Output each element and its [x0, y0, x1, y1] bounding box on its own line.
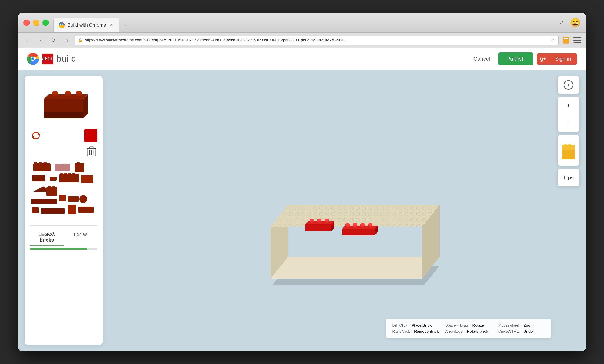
url-text: https://www.buildwithchrome.com/builder#… [85, 38, 549, 42]
delete-button[interactable] [85, 146, 98, 158]
svg-point-82 [317, 219, 322, 221]
zoom-panel: + − [558, 97, 579, 132]
rotate-button[interactable] [30, 130, 42, 142]
tab-lego-bricks[interactable]: LEGO® bricks [30, 229, 64, 246]
refresh-button[interactable]: ↻ [49, 36, 58, 45]
baseplate-container [247, 133, 442, 274]
svg-rect-6 [573, 40, 581, 41]
home-button[interactable]: ⌂ [62, 36, 71, 45]
maximize-button[interactable] [42, 20, 49, 26]
left-panel: LEGO® bricks Extras [25, 76, 103, 344]
svg-marker-67 [271, 257, 440, 279]
zoom-in-button[interactable]: + [560, 97, 577, 114]
traffic-lights [23, 20, 49, 26]
brick-3d-preview [40, 86, 88, 120]
gplus-icon: g+ [537, 53, 549, 64]
baseplate-svg [247, 133, 442, 285]
publish-button[interactable]: Publish [499, 52, 532, 65]
svg-rect-108 [564, 144, 567, 145]
svg-point-100 [368, 223, 372, 226]
hint-arrows: Arrowkeys = Rotate brick [445, 329, 492, 334]
svg-rect-49 [68, 173, 71, 174]
brick-collection-display [30, 161, 98, 222]
svg-point-85 [325, 219, 329, 221]
tab-title: Build with Chrome [67, 22, 106, 28]
svg-rect-54 [48, 186, 51, 187]
mac-window: Build with Chrome × □ ⤢ 😄 ‹ › ↻ ⌂ 🔒 http… [18, 13, 586, 351]
svg-point-22 [65, 91, 71, 94]
svg-rect-36 [38, 163, 42, 163]
compass-button[interactable] [560, 76, 577, 94]
chrome-menu-icon[interactable] [573, 36, 581, 44]
svg-rect-109 [568, 144, 571, 145]
svg-point-79 [310, 219, 314, 221]
progress-bar [30, 248, 87, 250]
tips-label[interactable]: Tips [563, 175, 574, 181]
header-actions: Cancel Publish g+ Sign in [469, 52, 577, 65]
svg-rect-50 [72, 173, 75, 174]
svg-marker-13 [44, 112, 83, 118]
svg-marker-52 [33, 186, 49, 191]
left-click-action: Place Brick [412, 323, 432, 327]
url-bar[interactable]: 🔒 https://www.buildwithchrome.com/builde… [75, 36, 558, 45]
color-swatch[interactable] [85, 129, 98, 142]
gplus-signin-button[interactable]: g+ Sign in [537, 53, 577, 64]
browser-tab[interactable]: Build with Chrome × [53, 18, 119, 32]
right-click-label: Right Click = [392, 329, 413, 334]
restore-icon[interactable]: ⤢ [558, 19, 566, 27]
svg-rect-55 [52, 186, 55, 187]
svg-point-97 [361, 223, 365, 226]
forward-button[interactable]: › [36, 36, 45, 45]
arrows-label: Arrowkeys = [445, 329, 466, 334]
signin-button[interactable]: Sign in [549, 53, 577, 64]
window-controls-right: ⤢ 😄 [558, 18, 581, 28]
brick-preview [30, 81, 98, 125]
svg-rect-35 [34, 163, 37, 163]
close-button[interactable] [23, 20, 30, 26]
zoom-out-button[interactable]: − [560, 114, 577, 132]
lego-stack-panel[interactable] [558, 135, 579, 165]
svg-rect-43 [77, 163, 80, 163]
compass-icon [564, 80, 573, 90]
svg-rect-42 [75, 163, 84, 172]
tab-extras[interactable]: Extras [64, 229, 98, 246]
svg-marker-74 [305, 225, 331, 231]
svg-rect-61 [41, 208, 65, 214]
canvas-area: Left Click = Place Brick Space + Drag = … [103, 70, 586, 351]
right-controls: + − [558, 76, 579, 186]
extension-icon-1[interactable] [562, 36, 570, 44]
cmd-z-action: Undo [523, 329, 533, 334]
tab-close-icon[interactable]: × [109, 23, 114, 28]
title-bar: Build with Chrome × □ ⤢ 😄 [18, 13, 586, 33]
svg-rect-56 [31, 199, 57, 204]
main-content: LEGO® bricks Extras [18, 70, 586, 351]
svg-rect-44 [32, 175, 45, 181]
trash-icon [87, 147, 96, 157]
tips-panel[interactable]: Tips [558, 169, 579, 186]
app-header: LEGO build Cancel Publish g+ Sign in [18, 48, 586, 70]
cancel-button[interactable]: Cancel [469, 54, 494, 64]
svg-rect-62 [68, 204, 76, 214]
back-button[interactable]: ‹ [23, 36, 32, 45]
svg-rect-104 [562, 150, 575, 155]
svg-point-12 [31, 57, 35, 61]
svg-rect-34 [33, 163, 51, 171]
space-drag-action: Rotate [473, 323, 484, 327]
controls-hint: Left Click = Place Brick Space + Drag = … [386, 319, 551, 338]
svg-rect-48 [64, 173, 67, 174]
svg-rect-47 [61, 173, 63, 174]
bookmark-icon[interactable]: ☆ [551, 38, 555, 43]
tab-bar: Build with Chrome × □ [53, 13, 558, 32]
svg-marker-86 [342, 229, 375, 235]
new-tab-button[interactable]: □ [121, 22, 132, 32]
toolbar-icons [562, 36, 581, 44]
svg-marker-16 [44, 99, 83, 112]
logo-area: LEGO build [27, 53, 469, 65]
minimize-button[interactable] [33, 20, 39, 26]
svg-rect-101 [562, 155, 575, 160]
svg-rect-7 [573, 42, 581, 43]
lock-icon: 🔒 [78, 38, 83, 43]
tab-favicon-icon [59, 22, 65, 28]
hint-left-click: Left Click = Place Brick [392, 323, 439, 327]
hint-mousewheel: Mousewheel = Zoom [499, 323, 545, 327]
